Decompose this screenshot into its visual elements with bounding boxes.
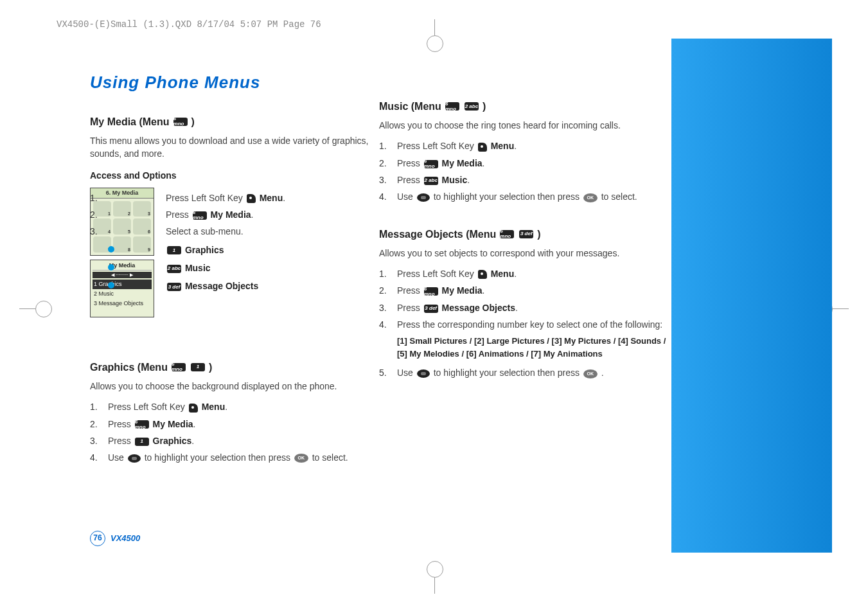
heading-text: Graphics (Menu [90, 360, 168, 375]
access-steps: Press Left Soft Key Menu. Press 6 mno My… [90, 191, 379, 238]
graphics-intro: Allows you to choose the background disp… [90, 380, 379, 393]
music-heading: Music (Menu 6 mno 2 abc ) [379, 99, 668, 114]
t: Press Left Soft Key [108, 402, 188, 412]
step: Press 6 mno My Media. [379, 284, 668, 297]
msgobj-heading: Message Objects (Menu 6 mno 3 def ) [379, 227, 668, 242]
cmd: My Media [442, 285, 483, 296]
nav-key-icon [417, 193, 430, 202]
step: Press 6 mno My Media. [90, 208, 379, 221]
blue-sidebar [671, 39, 832, 553]
step: Press 6 mno My Media. [379, 157, 668, 170]
t: . [599, 368, 604, 378]
t: Press Left Soft Key [397, 141, 477, 151]
key-6-icon: 6 mno [500, 230, 514, 238]
step: Use to highlight your selection then pre… [379, 366, 668, 379]
t: Press [397, 158, 423, 168]
key-6-icon: 6 mno [445, 102, 459, 111]
key-2-icon: 2 abc [424, 177, 438, 185]
heading-text: Message Objects (Menu [379, 227, 496, 242]
model-name: VX4500 [111, 533, 140, 545]
num: 2 [94, 290, 97, 297]
t: . [283, 193, 285, 203]
step: Select a sub-menu. [90, 225, 379, 238]
nav-key-icon [417, 369, 430, 378]
footer-left: 76 VX4500 [90, 531, 140, 546]
t: to select. [310, 452, 348, 463]
submenu-bullets: 1 Graphics 2 abc Music 3 def Message Obj… [108, 244, 379, 293]
t: Press Left Soft Key [397, 269, 477, 279]
heading-text: My Media (Menu [90, 114, 170, 129]
page-left: Using Phone Menus My Media (Menu 6 mno )… [71, 39, 398, 553]
t: Press the corresponding number key to se… [397, 319, 662, 330]
crop-mark-icon [421, 568, 447, 594]
t: Use [397, 191, 416, 202]
cmd: Menu [491, 269, 515, 279]
step: Press 3 def Message Objects. [379, 301, 668, 314]
step: Use to highlight your selection then pre… [90, 451, 379, 464]
bullet: 3 def Message Objects [108, 280, 379, 292]
soft-key-icon [478, 270, 487, 279]
cmd: Graphics [185, 245, 224, 255]
msgobj-intro: Allows you to set objects to correspond … [379, 247, 668, 260]
t: . [515, 303, 518, 313]
t: Press [397, 285, 423, 296]
key-6-icon: 6 mno [135, 420, 149, 429]
ok-key-icon: OK [583, 193, 598, 202]
heading-close: ) [537, 227, 540, 242]
cmd: My Media [442, 158, 483, 168]
heading-close: ) [483, 99, 486, 114]
key-6-icon: 6 mno [173, 118, 188, 126]
ok-key-icon: OK [583, 369, 598, 378]
num: 3 [94, 300, 97, 306]
t: . [483, 285, 485, 296]
t: Press [166, 209, 191, 220]
heading-close: ) [209, 360, 212, 375]
bullet: 2 abc Music [108, 262, 379, 274]
t: Use [108, 452, 127, 463]
key-1-icon: 1 [167, 246, 181, 254]
key-1-icon: 1 [191, 363, 205, 371]
graphics-heading: Graphics (Menu 6 mno 1 ) [90, 360, 379, 375]
t: . [225, 402, 227, 412]
my-media-intro: This menu allows you to download and use… [90, 134, 379, 161]
my-media-heading: My Media (Menu 6 mno ) [90, 114, 379, 129]
soft-key-icon [478, 143, 487, 152]
key-3-icon: 3 def [424, 305, 438, 313]
chapter-title: Using Phone Menus [90, 71, 379, 95]
key-6-icon: 6 mno [193, 211, 207, 220]
t: to highlight your selection then press [431, 191, 582, 202]
cmd: Message Objects [442, 303, 515, 313]
access-options-heading: Access and Options [90, 169, 379, 182]
graphics-steps: Press Left Soft Key Menu. Press 6 mno My… [90, 400, 379, 464]
step: Press 6 mno My Media. [90, 418, 379, 431]
soft-key-icon [189, 404, 198, 413]
t: Press [108, 419, 134, 429]
crop-mark-icon [19, 296, 45, 321]
t: Press [397, 303, 423, 313]
t: to highlight your selection then press [431, 368, 582, 378]
music-steps: Press Left Soft Key Menu. Press 6 mno My… [379, 139, 668, 203]
t: . [193, 419, 196, 429]
t: . [467, 175, 470, 185]
t: . [483, 158, 485, 168]
t: . [251, 209, 254, 220]
key-2-icon: 2 abc [465, 102, 479, 111]
step: Press Left Soft Key Menu. [379, 139, 668, 152]
msgobj-steps-cont: Use to highlight your selection then pre… [379, 366, 668, 379]
step: Press the corresponding number key to se… [379, 318, 668, 331]
music-intro: Allows you to choose the ring tones hear… [379, 119, 668, 132]
step: Use to highlight your selection then pre… [379, 190, 668, 203]
step: Press Left Soft Key Menu. [379, 267, 668, 280]
key-6-icon: 6 mno [424, 160, 438, 168]
ok-key-icon: OK [294, 454, 308, 463]
cmd: Menu [491, 141, 515, 151]
page-number: 76 [90, 531, 105, 546]
cmd: Menu [260, 193, 283, 203]
key-1-icon: 1 [135, 438, 149, 446]
soft-key-icon [247, 194, 256, 203]
t: Use [397, 368, 416, 378]
t: to select. [599, 191, 637, 202]
t: Press [108, 436, 134, 446]
nav-key-icon [128, 454, 141, 463]
t: Press Left Soft Key [166, 193, 245, 203]
